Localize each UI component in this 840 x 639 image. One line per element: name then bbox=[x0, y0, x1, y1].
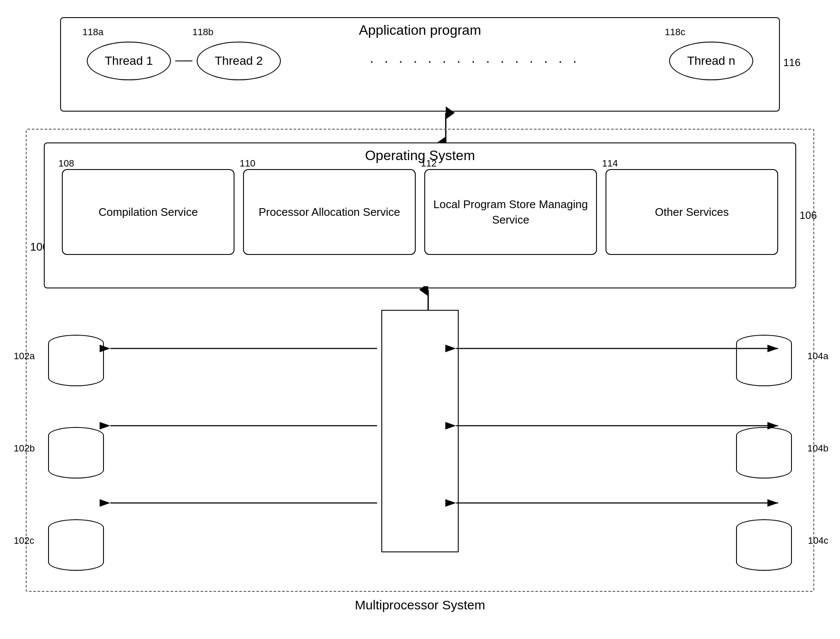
app-program-label: Application program bbox=[359, 22, 481, 38]
ref-112: 112 bbox=[421, 157, 437, 170]
services-container: 108 Compilation Service 110 Processor Al… bbox=[53, 169, 787, 255]
ref-104c: 104c bbox=[808, 535, 828, 546]
ref-106: 106 bbox=[800, 209, 817, 221]
processors-layout: 102a 102b bbox=[44, 310, 796, 587]
thread1-ellipse: Thread 1 bbox=[87, 42, 171, 80]
ref-108: 108 bbox=[58, 157, 74, 170]
threadn-ellipse: Thread n bbox=[669, 42, 753, 80]
compilation-service-box: 108 Compilation Service bbox=[62, 169, 234, 255]
ref-102c: 102c bbox=[14, 535, 34, 546]
ref-118a: 118a bbox=[82, 27, 103, 38]
multiprocessor-label: Multiprocessor System bbox=[355, 598, 485, 612]
thread2-ellipse: Thread 2 bbox=[197, 42, 281, 80]
local-program-service-box: 112 Local Program Store Managing Service bbox=[424, 169, 597, 255]
os-box: Operating System 106 108 Compilation Ser… bbox=[44, 142, 796, 288]
threads-container: 118a Thread 1 118b Thread 2 · · · · · · … bbox=[61, 42, 779, 80]
other-services-label: Other Services bbox=[655, 204, 729, 220]
connector-1-2 bbox=[175, 61, 192, 61]
ref-102b: 102b bbox=[14, 443, 35, 454]
ref-104a: 104a bbox=[807, 351, 828, 362]
app-program-box: Application program 118a Thread 1 118b T… bbox=[60, 17, 780, 112]
main-dashed-box: Operating System 106 108 Compilation Ser… bbox=[26, 129, 814, 592]
other-services-box: 114 Other Services bbox=[606, 169, 778, 255]
diagram-container: Application program 118a Thread 1 118b T… bbox=[26, 13, 814, 626]
thread2-label: Thread 2 bbox=[215, 54, 263, 68]
os-label: Operating System bbox=[365, 148, 475, 164]
ref-116: 116 bbox=[783, 57, 800, 69]
compilation-service-label: Compilation Service bbox=[98, 204, 198, 220]
local-program-label: Local Program Store Managing Service bbox=[432, 197, 590, 228]
thread-dots: · · · · · · · · · · · · · · · bbox=[285, 53, 665, 69]
threadn-label: Thread n bbox=[687, 54, 735, 68]
ref-102a: 102a bbox=[14, 351, 35, 362]
ref-104b: 104b bbox=[807, 443, 828, 454]
ref-110: 110 bbox=[240, 157, 256, 170]
processor-alloc-service-box: 110 Processor Allocation Service bbox=[243, 169, 416, 255]
ref-114: 114 bbox=[602, 157, 618, 170]
thread1-label: Thread 1 bbox=[105, 54, 153, 68]
ref-118b: 118b bbox=[192, 27, 213, 38]
processor-alloc-label: Processor Allocation Service bbox=[259, 204, 400, 220]
ref-118c: 118c bbox=[665, 27, 685, 38]
processor-arrows bbox=[44, 310, 796, 587]
